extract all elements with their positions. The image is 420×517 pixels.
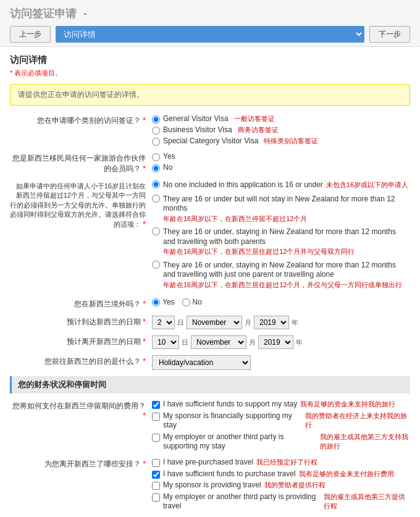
travel-sufficient-checkbox[interactable] [152, 471, 160, 479]
child-no16-radio[interactable] [152, 180, 160, 188]
depart-date-row: 10 日 November 月 2019 年 [152, 335, 410, 349]
funds-self-checkbox[interactable] [152, 401, 160, 409]
outside-nz-label: 您在新西兰境外吗？ * [10, 298, 152, 309]
visa-type-business: Business Visitor Visa 商务访客签证 [152, 125, 410, 135]
travel-group: 为您离开新西兰了哪些安排？ * I have pre-purchased tra… [10, 458, 410, 511]
visa-special-en: Special Category Visitor Visa [163, 137, 258, 145]
arrive-day-label: 日 [177, 318, 184, 327]
funds-sponsor-checkbox[interactable] [152, 413, 160, 421]
title-text: 访问签证申请 [10, 7, 77, 20]
depart-day-label: 日 [182, 338, 188, 347]
travel-employer-cn: 我的雇主或其他第三方提供行程 [324, 492, 410, 511]
depart-date-group: 预计离开新西兰的日期 * 10 日 November 月 2019 年 [10, 335, 410, 349]
next-button[interactable]: 下一步 [369, 26, 410, 43]
info-box: 请提供您正在申请的访问签证的详情。 [10, 84, 410, 106]
travel-sufficient-en: I have sufficient funds to purchase trav… [163, 469, 296, 479]
finance-section-header: 您的财务状况和停留时间 [10, 376, 410, 393]
visa-business-radio[interactable] [152, 127, 160, 135]
depart-year-label: 年 [296, 338, 303, 347]
arrive-month-label: 月 [245, 318, 251, 327]
depart-month-label: 月 [249, 338, 256, 347]
nav-bar: 上一步 访问详情 下一步 [10, 26, 410, 43]
page-title: 访问签证申请 - [10, 6, 410, 21]
outside-nz-no: No [182, 298, 202, 306]
funds-employer: My employer or another third party is su… [152, 432, 410, 452]
purpose-select[interactable]: Holiday/vacation [152, 355, 251, 370]
visa-type-group: 您在申请哪个类别的访问签证？ * General Visitor Visa 一般… [10, 114, 410, 146]
funds-sponsor-cn: 我的赞助者在经济上来支持我的旅行 [305, 411, 410, 430]
purpose-control: Holiday/vacation [152, 355, 410, 370]
arrive-year-select[interactable]: 2019 [254, 316, 289, 329]
outside-nz-no-label: No [193, 298, 202, 306]
travel-sponsor: My sponsor is providing travel 我的赞助者提供行程 [152, 481, 410, 490]
visa-type-control: General Visitor Visa 一般访客签证 Business Vis… [152, 114, 410, 146]
arrive-month-select[interactable]: November [187, 316, 242, 329]
child-16under-no-stay-radio[interactable] [152, 195, 160, 203]
visa-general-en: General Visitor Visa [163, 114, 229, 123]
travel-employer: My employer or another third party is pr… [152, 492, 410, 511]
arrive-date-group: 预计到达新西兰的日期 * 2 日 November 月 2019 年 [10, 316, 410, 329]
nz-member-yes: Yes [152, 152, 410, 161]
travel-sufficient: I have sufficient funds to purchase trav… [152, 469, 410, 479]
depart-day-select[interactable]: 10 [152, 335, 179, 349]
travel-sponsor-checkbox[interactable] [152, 482, 160, 490]
travel-employer-checkbox[interactable] [152, 494, 160, 502]
visa-type-special: Special Category Visitor Visa 特殊类别访客签证 [152, 137, 410, 146]
arrive-year-label: 年 [292, 318, 298, 327]
funds-group: 您将如何支付在新西兰停留期间的费用？ * I have sufficient f… [10, 400, 410, 452]
nz-member-no: No [152, 163, 410, 172]
child-16under-stay-one-radio[interactable] [152, 261, 160, 269]
funds-label: 您将如何支付在新西兰停留期间的费用？ * [10, 400, 152, 420]
nz-member-yes-label: Yes [163, 152, 175, 161]
nz-member-label: 您是新西兰移民局任何一家旅游合作伙伴的会员吗？ * [10, 152, 152, 174]
travel-prepurchased-checkbox[interactable] [152, 459, 160, 467]
child-16under-stay-one: They are 16 or under, staying in New Zea… [152, 261, 410, 289]
child-condition-label: 如果申请中的任何申请人小于16岁且计划在新西兰停留超过12个月，与父母其中一方同… [10, 180, 152, 229]
outside-nz-yes: Yes [152, 298, 175, 306]
required-note: * 表示必填项目。 [10, 69, 410, 78]
nz-member-no-label: No [163, 163, 172, 172]
outside-nz-group: 您在新西兰境外吗？ * Yes No [10, 298, 410, 309]
child-16under-stay-one-en: They are 16 or under, staying in New Zea… [163, 261, 410, 280]
funds-self-cn: 我有足够的资金来支持我的旅行 [300, 400, 395, 409]
visa-general-radio[interactable] [152, 116, 160, 124]
visa-special-radio[interactable] [152, 138, 160, 146]
arrive-date-control: 2 日 November 月 2019 年 [152, 316, 410, 329]
visa-business-cn: 商务访客签证 [238, 125, 279, 135]
arrive-date-row: 2 日 November 月 2019 年 [152, 316, 410, 329]
nz-member-no-radio[interactable] [152, 164, 160, 172]
child-16under-stay-one-cn: 年龄在16周岁以下，在新西兰居住超过12个月，并仅与父母一方同行或单独出行 [163, 280, 410, 289]
nz-member-control: Yes No [152, 152, 410, 172]
arrive-date-label: 预计到达新西兰的日期 * [10, 316, 152, 327]
visa-general-cn: 一般访客签证 [234, 114, 275, 124]
depart-date-control: 10 日 November 月 2019 年 [152, 335, 410, 349]
depart-month-select[interactable]: November [191, 335, 246, 349]
arrive-day-select[interactable]: 2 [152, 316, 175, 329]
visa-business-en: Business Visitor Visa [163, 125, 232, 134]
title-dash: - [83, 7, 87, 20]
child-condition-group: 如果申请中的任何申请人小于16岁且计划在新西兰停留超过12个月，与父母其中一方同… [10, 180, 410, 292]
travel-employer-en: My employer or another third party is pr… [163, 492, 321, 511]
step-select[interactable]: 访问详情 [56, 26, 364, 43]
travel-sponsor-en: My sponsor is providing travel [163, 481, 261, 490]
funds-self: I have sufficient funds to support my st… [152, 400, 410, 410]
funds-sponsor: My sponsor is financially supporting my … [152, 411, 410, 431]
outside-nz-no-radio[interactable] [182, 298, 190, 306]
nz-member-yes-radio[interactable] [152, 153, 160, 161]
child-16under-stay-both-radio[interactable] [152, 227, 160, 235]
section-title: 访问详情 [10, 54, 410, 66]
child-no16: No one included in this application is 1… [152, 180, 410, 190]
travel-control: I have pre-purchased travel 我已经预定好了行程 I … [152, 458, 410, 511]
travel-sponsor-cn: 我的赞助者提供行程 [264, 481, 326, 490]
funds-employer-checkbox[interactable] [152, 434, 160, 442]
outside-nz-control: Yes No [152, 298, 410, 306]
outside-nz-yes-radio[interactable] [152, 298, 160, 306]
travel-sufficient-cn: 我有足够的资金来支付旅行费用 [299, 469, 394, 479]
child-16under-stay-both: They are 16 or under, staying in New Zea… [152, 227, 410, 256]
prev-button[interactable]: 上一步 [10, 26, 51, 43]
depart-year-select[interactable]: 2019 [258, 335, 293, 349]
visa-type-general: General Visitor Visa 一般访客签证 [152, 114, 410, 124]
visa-type-label: 您在申请哪个类别的访问签证？ * [10, 114, 152, 126]
child-condition-radio-group: No one included in this application is 1… [152, 180, 410, 292]
funds-sponsor-en: My sponsor is financially supporting my … [163, 411, 302, 431]
